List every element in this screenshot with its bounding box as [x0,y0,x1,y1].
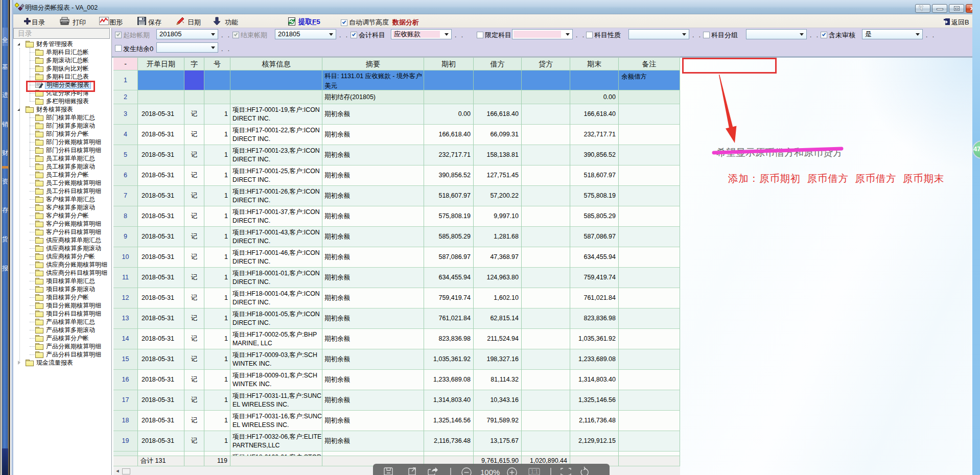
svg-text:100%: 100% [480,468,500,475]
svg-text:1:1: 1:1 [531,469,538,474]
